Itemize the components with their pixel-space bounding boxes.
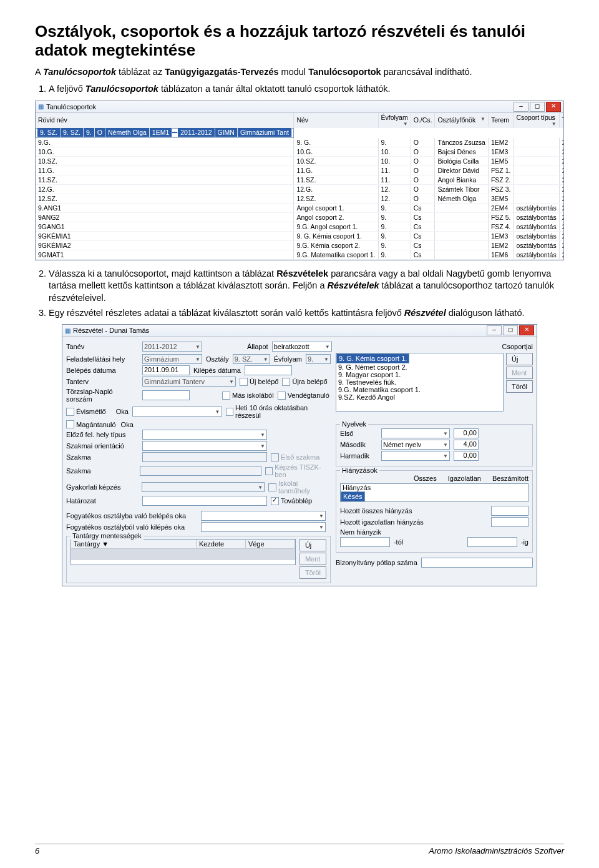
checkbox-vendeg[interactable]: Vendégtanuló bbox=[278, 392, 329, 400]
csoportjai-list[interactable]: 9. G. Kémia csoport 1.9. G. Német csopor… bbox=[336, 353, 504, 412]
input-nyelv3-val[interactable]: 0,00 bbox=[454, 451, 479, 461]
table-col-header[interactable]: Terem bbox=[488, 113, 514, 128]
select-fogybel[interactable]: ▼ bbox=[201, 511, 326, 521]
table-row[interactable]: 10.G.10.G.10.OBajcsi Dénes1EM32011-2012G… bbox=[36, 147, 563, 156]
list-item[interactable]: Hiányzás bbox=[341, 484, 528, 491]
select-evfolyam[interactable]: 9.▼ bbox=[306, 354, 331, 364]
checkbox-tovabblep[interactable]: ✓Továbblép bbox=[271, 497, 312, 505]
list-item[interactable]: 9. G. Kémia csoport 1. bbox=[336, 353, 409, 363]
table-row[interactable]: 9GKÉMIA19. G. Kémia csoport 1.9.Cs1EM3os… bbox=[36, 231, 563, 240]
input-belepes[interactable]: 2011.09.01 bbox=[142, 365, 190, 375]
select-tanev[interactable]: 2011-2012▼ bbox=[142, 342, 202, 352]
list-item[interactable]: 9. G. Német csoport 2. bbox=[336, 363, 503, 371]
table-cell bbox=[514, 175, 559, 184]
table-cell: 1EM2 bbox=[488, 138, 514, 147]
select-elozofelhely[interactable]: ▼ bbox=[142, 430, 267, 440]
csop-torol-button[interactable]: Töröl bbox=[506, 380, 533, 393]
label-tanterv: Tanterv bbox=[66, 378, 139, 385]
table-col-header[interactable]: Név bbox=[294, 113, 378, 128]
select-nyelv3[interactable]: ▼ bbox=[381, 451, 450, 461]
table-col-header[interactable]: Csoport típus▼ bbox=[514, 113, 559, 128]
table-col-header[interactable]: Osztályfőnök▼ bbox=[435, 113, 488, 128]
select-oka1[interactable]: ▼ bbox=[132, 407, 222, 417]
maximize-button[interactable]: ◻ bbox=[503, 325, 518, 335]
table-row[interactable]: 11.SZ.11.SZ.11.OAngol BiankaFSZ 2.2011-2… bbox=[36, 175, 563, 184]
list-item[interactable]: 9.G. Matematika csoport 1. bbox=[336, 386, 503, 393]
chevron-down-icon: ▼ bbox=[195, 344, 200, 350]
group-nyelvek: Nyelvek Első▼0,00 MásodikNémet nyelv▼4,0… bbox=[336, 424, 533, 466]
close-button[interactable]: ✕ bbox=[519, 325, 534, 335]
input-hozott-ossz[interactable] bbox=[491, 506, 528, 516]
checkbox-magantanulo[interactable]: Magántanuló bbox=[66, 420, 116, 428]
label-torzslap: Törzslap-Napló sorszám bbox=[66, 388, 139, 403]
csop-uj-button[interactable]: Új bbox=[506, 353, 533, 365]
table-row[interactable]: 10.SZ.10.SZ.10.OBiológia Csilla1EM52011-… bbox=[36, 156, 563, 165]
table-row[interactable]: 12.G.12.G.12.OSzámtek TiborFSZ 3.2011-20… bbox=[36, 184, 563, 194]
select-szakmaiori[interactable]: ▼ bbox=[142, 441, 267, 451]
select-allapot[interactable]: beiratkozott▼ bbox=[272, 342, 332, 352]
table-row[interactable]: 9.ANG1Angol csoport 1.9.Cs2EM4osztálybon… bbox=[36, 203, 563, 212]
table-cell: 2011-2012 bbox=[559, 212, 563, 222]
label-hatarozat: Határozat bbox=[66, 497, 139, 505]
checkbox-evismetlo[interactable]: Évismétlő bbox=[66, 408, 106, 416]
input-nyelv2-val[interactable]: 4,00 bbox=[454, 440, 479, 450]
input-bizpotlap[interactable] bbox=[421, 558, 533, 568]
close-button[interactable]: ✕ bbox=[546, 102, 561, 112]
checkbox-ujbelepo[interactable]: Új belépő bbox=[240, 378, 278, 386]
table-row[interactable]: 9.G.9. G.9.OTánczos Zsuzsa1EM22011-2012G… bbox=[36, 138, 563, 147]
table-row[interactable]: 9GMAT19.G. Matematika csoport 1.9.Cs1EM6… bbox=[36, 250, 563, 259]
input-hozott-igaz[interactable] bbox=[491, 517, 528, 527]
table-cell: Cs bbox=[411, 250, 435, 259]
input-nyelv1-val[interactable]: 0,00 bbox=[454, 428, 479, 438]
table-cell: 9. bbox=[378, 222, 411, 231]
input-torzslap[interactable] bbox=[142, 390, 190, 400]
table-cell: Angol Bianka bbox=[435, 175, 488, 184]
input-kilepes[interactable] bbox=[245, 365, 292, 375]
select-nyelv1[interactable]: ▼ bbox=[381, 428, 450, 438]
select-gyakorlati[interactable]: ▼ bbox=[142, 482, 265, 492]
table-row[interactable]: 9GANG19.G. Angol csoport 1.9.CsFSZ 4.osz… bbox=[36, 222, 563, 231]
select-fogykil[interactable]: ▼ bbox=[201, 522, 326, 532]
input-hatarozat[interactable] bbox=[142, 496, 267, 506]
ment-button: Ment bbox=[300, 553, 326, 565]
list-item[interactable]: 9. Magyar csoport 1. bbox=[336, 371, 503, 378]
table-row[interactable]: 11.G.11.G.11.ODirektor DávidFSZ 1.2011-2… bbox=[36, 165, 563, 175]
input-tol[interactable] bbox=[340, 537, 390, 547]
table-col-header[interactable]: Tanév▼ bbox=[559, 113, 563, 128]
list-item[interactable]: 9. Testnevelés fiúk. bbox=[336, 378, 503, 386]
list-item[interactable]: 9.SZ. Kezdő Angol bbox=[336, 393, 503, 401]
table-cell: 12.SZ. bbox=[36, 194, 294, 203]
minimize-button[interactable]: – bbox=[514, 102, 528, 112]
table-cell: 2011-2012 bbox=[559, 138, 563, 147]
table-row[interactable]: 12.SZ.12.SZ.12.ONémeth Olga3EM52011-2012… bbox=[36, 194, 563, 203]
uj-button[interactable]: Új bbox=[300, 539, 326, 551]
table-cell: O bbox=[411, 138, 435, 147]
table-col-header[interactable]: Évfolyam▼ bbox=[378, 113, 411, 128]
checkbox-ujrabelepo[interactable]: Újra belépő bbox=[282, 378, 327, 386]
list-item[interactable]: Késés bbox=[341, 491, 365, 501]
table-row[interactable]: 9GKÉMIA29.G. Kémia csoport 2.9.Cs1EM2osz… bbox=[36, 240, 563, 250]
table-cell: 9. bbox=[378, 212, 411, 222]
table-cell: Németh Olga bbox=[105, 128, 150, 137]
select-tanterv[interactable]: Gimnáziumi Tanterv▼ bbox=[142, 377, 236, 387]
input-ig[interactable] bbox=[467, 537, 517, 547]
checkbox-masiskola[interactable]: Más iskolából bbox=[222, 392, 274, 400]
checkbox-heti10[interactable]: Heti 10 órás oktatásban részesül bbox=[226, 404, 331, 419]
select-nyelv2[interactable]: Német nyelv▼ bbox=[381, 440, 450, 450]
hianyzas-list[interactable]: HiányzásKésés bbox=[340, 483, 528, 502]
minimize-button[interactable]: – bbox=[487, 325, 502, 335]
select-felhely[interactable]: Gimnázium▼ bbox=[142, 354, 202, 364]
tanulocsoportok-table[interactable]: Rövid névNévÉvfolyam▼O./Cs.Osztályfőnök▼… bbox=[36, 113, 563, 260]
tantargy-table[interactable]: Tantárgy ▼ Kezdete Vége bbox=[71, 539, 296, 565]
maximize-button[interactable]: ◻ bbox=[530, 102, 545, 112]
table-row[interactable]: 9. SZ.9. SZ.9.ONémeth Olga1EM12011-2012G… bbox=[36, 128, 294, 138]
table-cell bbox=[514, 184, 559, 194]
table-row[interactable]: 9ANG2Angol csoport 2.9.CsFSZ 5.osztálybo… bbox=[36, 212, 563, 222]
chevron-down-icon: ▼ bbox=[215, 409, 220, 415]
table-col-header[interactable]: O./Cs. bbox=[411, 113, 435, 128]
table-col-header[interactable]: Rövid név bbox=[36, 113, 294, 128]
table-cell: 11. bbox=[378, 165, 411, 175]
col-tantargy[interactable]: Tantárgy ▼ bbox=[71, 540, 197, 548]
table-cell bbox=[435, 212, 488, 222]
select-osztaly[interactable]: 9. SZ.▼ bbox=[233, 354, 270, 364]
